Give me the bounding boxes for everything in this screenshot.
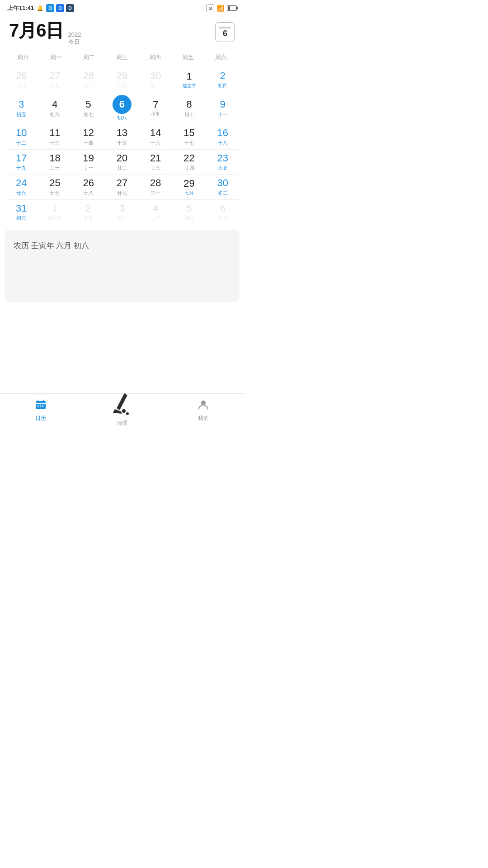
weekday-header-row: 周日 周一 周二 周三 周四 周五 周六 — [5, 52, 239, 63]
day-cell[interactable]: 26 廿八 — [72, 175, 105, 199]
day-cell[interactable]: 11 十三 — [38, 124, 71, 149]
week-row-6: 31 初三 1 建军节 2 初五 3 初六 4 七夕 5 初八 6 初九 — [5, 200, 239, 224]
day-cell[interactable]: 28 三十 — [72, 67, 105, 92]
day-cell[interactable]: 3 初六 — [105, 200, 139, 224]
day-cell[interactable]: 17 十九 — [5, 150, 38, 174]
day-cell[interactable]: 1 建军节 — [38, 200, 71, 224]
status-time: 上午11:41 — [7, 4, 34, 12]
day-cell[interactable]: 25 廿七 — [38, 175, 71, 199]
day-cell[interactable]: 27 廿九 — [105, 175, 139, 199]
weekday-thu: 周四 — [139, 52, 172, 63]
day-cell[interactable]: 8 初十 — [172, 92, 206, 124]
weekday-tue: 周二 — [72, 52, 105, 63]
week-row-1: 26 廿八 27 廿九 28 三十 29 六月 30 初二 1 建党节 2 初四 — [5, 67, 239, 92]
header-year: 2022 — [68, 31, 81, 38]
day-cell[interactable]: 20 廿二 — [105, 150, 139, 174]
day-cell[interactable]: 30 初二 — [139, 67, 172, 92]
day-cell[interactable]: 4 初六 — [38, 92, 71, 124]
nav-profile-label: 我的 — [198, 415, 209, 422]
sim-icon: ⊠ — [206, 5, 214, 12]
day-cell[interactable]: 30 初二 — [206, 175, 239, 199]
calendar-nav-icon — [34, 398, 47, 413]
svg-rect-3 — [43, 400, 44, 402]
wifi-icon: 📶 — [217, 5, 224, 12]
svg-rect-7 — [38, 406, 39, 407]
app-header: 7月6日 2022 今日 6 — [0, 14, 244, 52]
app-icon-1: O — [46, 4, 54, 12]
nav-clean-label: 清理 — [117, 420, 127, 427]
day-cell[interactable]: 14 十六 — [139, 124, 172, 149]
day-cell[interactable]: 4 七夕 — [139, 200, 172, 224]
day-cell-today[interactable]: 6 初八 — [105, 92, 139, 124]
svg-rect-6 — [42, 405, 43, 406]
day-cell[interactable]: 26 廿八 — [5, 67, 38, 92]
day-cell[interactable]: 1 建党节 — [172, 67, 206, 92]
weekday-sun: 周日 — [6, 52, 39, 63]
day-cell[interactable]: 27 廿九 — [38, 67, 71, 92]
week-row-5: 24 廿六 25 廿七 26 廿八 27 廿九 28 三十 29 七月 30 初… — [5, 175, 239, 199]
day-cell[interactable]: 18 二十 — [38, 150, 71, 174]
svg-point-12 — [201, 401, 206, 405]
svg-rect-9 — [42, 406, 43, 407]
day-cell[interactable]: 5 初八 — [172, 200, 206, 224]
header-year-today: 2022 今日 — [68, 31, 81, 46]
day-cell[interactable]: 6 初九 — [206, 200, 239, 224]
status-bar: 上午11:41 🔔 O O O ⊠ 📶 — [0, 0, 244, 14]
day-cell[interactable]: 2 初四 — [206, 67, 239, 92]
notification-icon: 🔔 — [37, 5, 43, 11]
day-cell[interactable]: 22 廿四 — [172, 150, 206, 174]
day-cell[interactable]: 15 十七 — [172, 124, 206, 149]
day-cell[interactable]: 7 小暑 — [139, 92, 172, 124]
app-icon-2: O — [56, 4, 64, 12]
svg-rect-8 — [40, 406, 41, 407]
weekday-sat: 周六 — [205, 52, 238, 63]
today-btn-number: 6 — [223, 29, 227, 38]
nav-calendar[interactable]: 日历 — [0, 398, 81, 422]
today-button[interactable]: 6 — [215, 22, 235, 42]
day-cell[interactable]: 12 十四 — [72, 124, 105, 149]
nav-profile[interactable]: 我的 — [163, 398, 244, 422]
day-cell[interactable]: 2 初五 — [72, 200, 105, 224]
nav-clean[interactable]: 清理 — [81, 391, 163, 427]
svg-point-10 — [122, 409, 126, 413]
day-cell[interactable]: 23 大暑 — [206, 150, 239, 174]
day-cell[interactable]: 3 初五 — [5, 92, 38, 124]
today-btn-decoration — [219, 27, 231, 28]
day-cell[interactable]: 31 初三 — [5, 200, 38, 224]
day-cell[interactable]: 24 廿六 — [5, 175, 38, 199]
day-cell[interactable]: 10 十二 — [5, 124, 38, 149]
svg-rect-5 — [40, 405, 41, 406]
day-cell[interactable]: 21 廿三 — [139, 150, 172, 174]
header-main-date: 7月6日 — [9, 18, 64, 43]
nav-calendar-label: 日历 — [35, 415, 46, 422]
day-cell[interactable]: 28 三十 — [139, 175, 172, 199]
header-date-section: 7月6日 2022 今日 — [9, 18, 81, 46]
svg-rect-2 — [38, 400, 38, 402]
week-row-2: 3 初五 4 初六 5 初七 6 初八 7 小暑 8 初十 9 十一 — [5, 92, 239, 124]
day-cell[interactable]: 16 十八 — [206, 124, 239, 149]
weekday-wed: 周三 — [105, 52, 138, 63]
svg-rect-1 — [36, 403, 46, 404]
app-icon-3: O — [66, 4, 74, 12]
sweep-nav-icon — [108, 391, 136, 418]
header-today-label: 今日 — [68, 38, 81, 46]
info-panel: 农历 壬寅年 六月 初八 — [5, 230, 239, 302]
day-cell[interactable]: 29 七月 — [172, 175, 206, 199]
bottom-navigation: 日历 清理 我的 — [0, 393, 244, 434]
day-cell[interactable]: 5 初七 — [72, 92, 105, 124]
weekday-fri: 周五 — [172, 52, 205, 63]
weekday-mon: 周一 — [39, 52, 72, 63]
person-nav-icon — [197, 398, 210, 413]
week-row-4: 17 十九 18 二十 19 廿一 20 廿二 21 廿三 22 廿四 23 大… — [5, 150, 239, 174]
day-cell[interactable]: 29 六月 — [105, 67, 139, 92]
svg-rect-4 — [38, 405, 39, 406]
day-cell[interactable]: 19 廿一 — [72, 150, 105, 174]
battery-icon — [227, 5, 237, 11]
status-right: ⊠ 📶 — [206, 5, 237, 12]
svg-point-11 — [126, 412, 129, 415]
day-cell[interactable]: 9 十一 — [206, 92, 239, 124]
week-row-3: 10 十二 11 十三 12 十四 13 十五 14 十六 15 十七 16 十… — [5, 124, 239, 149]
lunar-date-info: 农历 壬寅年 六月 初八 — [14, 241, 89, 250]
calendar: 周日 周一 周二 周三 周四 周五 周六 26 廿八 27 廿九 28 三十 2… — [0, 52, 244, 224]
day-cell[interactable]: 13 十五 — [105, 124, 139, 149]
